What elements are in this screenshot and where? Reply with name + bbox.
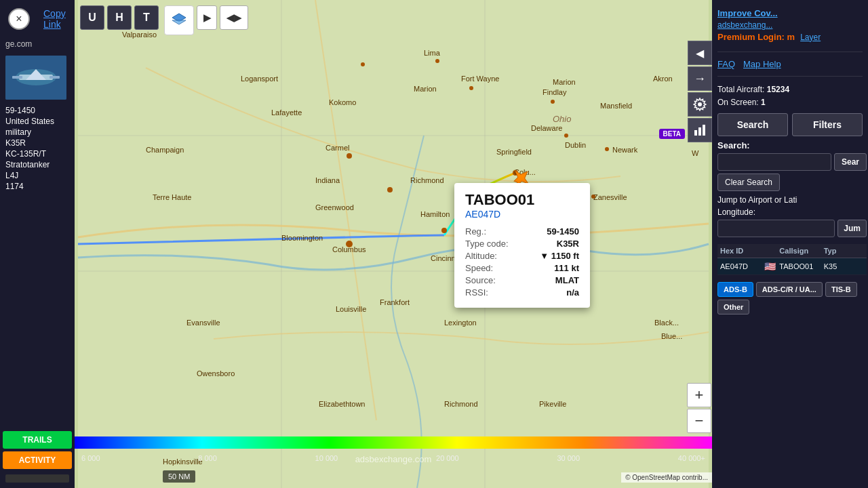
svg-point-22 [441,228,447,233]
faq-link[interactable]: FAQ [717,59,735,69]
trails-button[interactable]: TRAILS [3,431,72,449]
scale-indicator: 50 NM [163,470,195,483]
premium-login-text[interactable]: Premium Login: m [717,32,795,42]
popup-callsign: TABOO01 [465,191,579,209]
svg-rect-71 [703,125,705,136]
svg-point-15 [564,134,568,138]
stats-row: Total Aircraft: 15234 On Screen: 1 [717,83,863,109]
svg-point-12 [551,100,555,104]
nav-arrows-button[interactable]: ◀▶ [220,5,248,30]
full-type-value: KC-135R/T [0,148,75,159]
close-button[interactable]: × [8,8,30,30]
registration-value: 59-1450 [0,105,75,116]
login-button[interactable]: → [688,66,712,91]
svg-text:Richmond: Richmond [444,400,478,408]
svg-marker-67 [172,20,186,24]
svg-text:Logansport: Logansport [241,75,278,83]
svg-point-11 [469,86,473,90]
zoom-out-button[interactable]: − [687,409,711,433]
svg-text:Elizabethtown: Elizabethtown [319,400,366,408]
aircraft-popup[interactable]: TABOO01 AE047D Reg.: 59-1450 Type code: … [454,183,590,308]
improve-coverage-link[interactable]: Improve Cov... [717,8,863,18]
adsc-button[interactable]: ADS-C/R / UA... [756,282,823,297]
zoom-controls: + − [686,382,712,434]
u-button[interactable]: U [80,5,104,30]
nav-links: FAQ Map Help [717,59,863,69]
filters-button[interactable]: Filters [792,113,863,136]
layer-button[interactable] [164,5,194,35]
svg-text:Delaware: Delaware [531,124,562,132]
search-label: Search: [717,140,867,150]
map-top-controls: U H T ▶ ◀▶ [80,5,248,35]
forward-button[interactable]: ▶ [197,5,217,30]
search-section: Search: Sear Clear Search [717,140,867,191]
scale-8000: 8 000 [198,454,217,462]
jump-input[interactable] [717,220,835,237]
scale-labels: 6 000 8 000 10 000 20 000 30 000 40 000+ [81,454,705,462]
svg-text:Fort Wayne: Fort Wayne [461,75,499,83]
type-value: K35R [557,239,579,249]
popup-hex-id: AE047D [465,209,579,220]
jump-section: Jump to Airport or Lati Longitude: Jum [717,195,867,237]
stats-button[interactable] [688,118,712,142]
svg-text:Akron: Akron [653,75,673,83]
speed-label: Speed: [465,263,493,273]
callsign-header[interactable]: Callsign [778,247,821,255]
t-button[interactable]: T [134,5,159,30]
svg-text:Zanesville: Zanesville [593,193,627,201]
activity-button[interactable]: ACTIVITY [3,451,72,469]
onscreen-label: On Screen: [717,98,759,107]
svg-text:Lafayette: Lafayette [271,108,302,117]
right-main-content: Search: Sear Clear Search Jump to Airpor… [717,140,867,314]
source-filter-buttons: ADS-B ADS-C/R / UA... TIS-B Other [717,282,867,314]
layer-link[interactable]: Layer [800,33,821,42]
map-area[interactable]: Fort Wayne Findlay Lima Logansport Mario… [75,0,712,488]
svg-rect-69 [694,130,697,136]
hex-id-header[interactable]: Hex ID [719,247,762,255]
jump-button[interactable]: Jum [837,220,867,237]
tisb-button[interactable]: TIS-B [825,282,857,297]
other-button[interactable]: Other [717,300,749,314]
squawk-value: L4J [0,170,75,181]
svg-point-14 [435,59,439,63]
left-sidebar: × Copy Link ge.com 59-1450 United States… [0,0,75,488]
copy-link[interactable]: Copy Link [38,5,72,33]
type-header[interactable]: Typ [823,247,865,255]
scale-6000: 6 000 [81,454,100,462]
scale-40000: 40 000+ [678,454,705,462]
back-button[interactable]: ◀ [688,41,712,65]
svg-point-68 [698,102,702,106]
source-label: Source: [465,275,496,285]
zoom-in-button[interactable]: + [687,383,711,407]
adsb-exchange-link[interactable]: adsbexchang... [717,20,863,30]
svg-text:Marion: Marion [553,78,576,86]
svg-text:Colu...: Colu... [514,168,536,176]
map-side-buttons: ◀ → [688,41,712,142]
svg-text:Lexington: Lexington [444,319,477,327]
h-button[interactable]: H [107,5,132,30]
search-input[interactable] [717,153,831,171]
aircraft-table: Hex ID Callsign Typ AE047D 🇺🇸 TABOO01 K3… [717,244,867,275]
svg-text:Lima: Lima [424,49,441,57]
altitude-value: 1174 [0,181,75,192]
callsign-value: TABOO01 [778,262,821,270]
search-go-button[interactable]: Sear [834,153,867,171]
settings-button[interactable] [688,92,712,117]
svg-text:Columbus: Columbus [332,245,366,253]
search-main-button[interactable]: Search [717,113,788,136]
svg-text:Mansfield: Mansfield [600,102,632,110]
svg-text:Ohio: Ohio [553,114,571,124]
svg-text:Kokomo: Kokomo [329,98,356,106]
svg-text:Bloomington: Bloomington [281,234,323,242]
svg-text:Marion: Marion [414,85,437,93]
table-row[interactable]: AE047D 🇺🇸 TABOO01 K35 [717,258,867,275]
search-input-row: Sear [717,153,867,171]
longitude-label: Longitude: [717,207,867,217]
table-header: Hex ID Callsign Typ [717,244,867,258]
total-value: 15234 [767,85,789,94]
clear-search-button[interactable]: Clear Search [717,174,780,191]
scroll-bar[interactable] [5,474,69,483]
adsb-button[interactable]: ADS-B [717,282,753,297]
right-header-links: Improve Cov... adsbexchang... Premium Lo… [717,5,863,45]
map-help-link[interactable]: Map Help [743,59,781,69]
